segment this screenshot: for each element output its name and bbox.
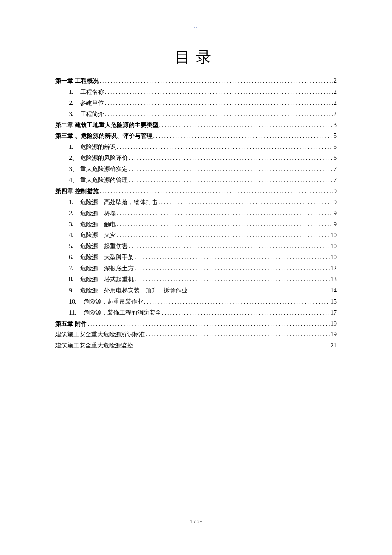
- toc-entry: 8.危险源：塔式起重机13: [55, 274, 337, 285]
- toc-entry-page: 5: [334, 142, 337, 153]
- toc-entry-page: 10: [331, 230, 337, 241]
- toc-entry-page: 9: [334, 186, 337, 197]
- toc-entry: 第二章 建筑工地重大危险源的主要类型3: [55, 120, 337, 131]
- toc-leader-dots: [129, 153, 333, 164]
- toc-entry-label: 重大危险源的管理: [80, 175, 128, 186]
- toc-entry: 5.危险源：起重伤害10: [55, 241, 337, 252]
- toc-entry-page: 3: [334, 120, 337, 131]
- toc-entry-number: 11.: [69, 307, 84, 318]
- toc-entry-label: 危险源：坍塌: [80, 208, 116, 219]
- toc-leader-dots: [129, 241, 330, 252]
- toc-entry: 10. 危险源：起重吊装作业15: [55, 296, 337, 307]
- toc-leader-dots: [100, 186, 333, 197]
- toc-entry-label: 危险源的风险评价: [80, 153, 128, 164]
- toc-entry: 第一章 工程概况2: [55, 75, 337, 87]
- toc-entry-number: 3、: [69, 164, 80, 175]
- toc-entry-label: 第三章 、危险源的辨识、评价与管理: [55, 130, 153, 142]
- toc-leader-dots: [146, 329, 330, 340]
- toc-leader-dots: [88, 318, 330, 330]
- toc-leader-dots: [117, 230, 330, 241]
- toc-leader-dots: [135, 274, 330, 285]
- toc-entry-page: 2: [334, 98, 337, 109]
- document-title: 目录: [55, 47, 337, 68]
- toc-entry-label: 危险源：起重伤害: [80, 241, 128, 252]
- toc-entry: 第四章 控制措施9: [55, 186, 337, 197]
- toc-entry-page: 15: [331, 296, 337, 307]
- toc-leader-dots: [105, 87, 333, 98]
- toc-entry-label: 危险源：塔式起重机: [80, 274, 134, 285]
- toc-entry: 1.危险源的辨识5: [55, 142, 337, 153]
- toc-leader-dots: [135, 263, 330, 274]
- toc-leader-dots: [159, 120, 333, 131]
- toc-entry-label: 危险源：起重吊装作业: [84, 296, 143, 307]
- toc-entry: 4、 重大危险源的管理7: [55, 175, 337, 186]
- toc-entry-page: 5: [334, 130, 337, 142]
- toc-entry-label: 危险源：外用电梯安装、顶升、拆除作业: [80, 285, 187, 296]
- toc-leader-dots: [188, 285, 330, 296]
- toc-entry-page: 19: [331, 329, 337, 340]
- toc-entry-number: 9.: [69, 285, 80, 296]
- toc-entry-page: 12: [331, 263, 337, 274]
- toc-leader-dots: [105, 98, 333, 109]
- toc-entry-number: 3.: [69, 219, 80, 230]
- toc-leader-dots: [153, 130, 333, 142]
- toc-entry: 建筑施工安全重大危险源辨识标准19: [55, 329, 337, 340]
- toc-entry: 第五章 附件19: [55, 318, 337, 330]
- toc-entry-number: 8.: [69, 274, 80, 285]
- toc-entry: 3.工程简介2: [55, 109, 337, 120]
- toc-entry-page: 14: [331, 285, 337, 296]
- toc-entry-page: 7: [334, 175, 337, 186]
- toc-leader-dots: [159, 197, 333, 208]
- toc-entry-number: 2、: [69, 153, 80, 164]
- toc-entry-label: 参建单位: [80, 98, 104, 109]
- toc-entry: 11. 危险源：装饰工程的消防安全17: [55, 307, 337, 318]
- toc-leader-dots: [129, 175, 333, 186]
- toc-entry-page: 17: [331, 307, 337, 318]
- toc-entry: 4.危险源：火灾10: [55, 230, 337, 241]
- toc-entry: 2.危险源：坍塌9: [55, 208, 337, 219]
- toc-entry-page: 2: [334, 87, 337, 98]
- toc-entry: 3.危险源：触电9: [55, 219, 337, 230]
- toc-entry: 6.危险源：大型脚手架10: [55, 252, 337, 263]
- toc-entry-label: 第五章 附件: [55, 318, 87, 330]
- toc-entry: 1.工程名称2: [55, 87, 337, 98]
- toc-entry-number: 1.: [69, 197, 80, 208]
- toc-entry: 3、 重大危险源确实定7: [55, 164, 337, 175]
- toc-entry-number: 6.: [69, 252, 80, 263]
- toc-entry-label: 第四章 控制措施: [55, 186, 99, 197]
- header-mark: --: [194, 25, 199, 29]
- toc-entry-number: 2.: [69, 208, 80, 219]
- toc-leader-dots: [134, 340, 330, 351]
- toc-entry-label: 建筑施工安全重大危险源监控: [55, 340, 133, 351]
- toc-leader-dots: [105, 109, 333, 120]
- toc-entry-number: 4.: [69, 230, 80, 241]
- toc-entry-label: 危险源：深根底土方: [80, 263, 134, 274]
- toc-entry: 1.危险源：高处坠落，物体打击9: [55, 197, 337, 208]
- toc-entry-number: 5.: [69, 241, 80, 252]
- toc-entry-page: 13: [331, 274, 337, 285]
- toc-entry: 建筑施工安全重大危险源监控21: [55, 340, 337, 351]
- table-of-contents: 第一章 工程概况21.工程名称22.参建单位23.工程简介2第二章 建筑工地重大…: [55, 75, 337, 351]
- toc-entry-label: 工程简介: [80, 109, 104, 120]
- toc-entry-label: 危险源：高处坠落，物体打击: [80, 197, 158, 208]
- toc-entry-label: 第二章 建筑工地重大危险源的主要类型: [55, 120, 159, 131]
- toc-entry-page: 2: [334, 75, 337, 87]
- toc-entry-page: 21: [331, 340, 337, 351]
- toc-leader-dots: [117, 142, 333, 153]
- toc-entry-page: 19: [331, 318, 337, 330]
- toc-entry-page: 7: [334, 164, 337, 175]
- toc-entry-page: 6: [334, 153, 337, 164]
- toc-entry-label: 危险源的辨识: [80, 142, 116, 153]
- toc-entry-page: 9: [334, 208, 337, 219]
- toc-leader-dots: [129, 164, 333, 175]
- toc-leader-dots: [117, 208, 333, 219]
- toc-entry-page: 9: [334, 197, 337, 208]
- toc-entry-label: 重大危险源确实定: [80, 164, 128, 175]
- toc-entry-page: 10: [331, 252, 337, 263]
- toc-entry-page: 9: [334, 219, 337, 230]
- toc-entry: 2.参建单位2: [55, 98, 337, 109]
- toc-leader-dots: [100, 75, 333, 87]
- toc-entry-number: 1.: [69, 87, 80, 98]
- toc-entry: 7.危险源：深根底土方12: [55, 263, 337, 274]
- toc-entry-page: 10: [331, 241, 337, 252]
